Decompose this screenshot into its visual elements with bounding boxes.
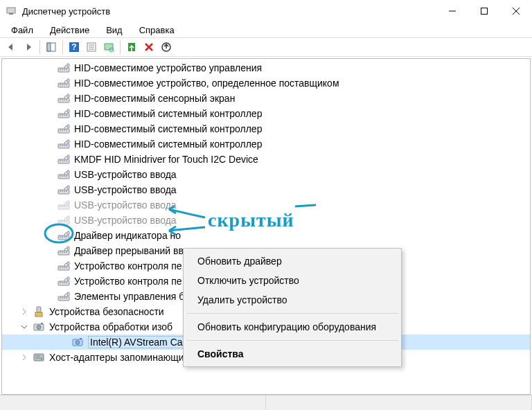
svg-rect-59 [67, 155, 69, 159]
device-icon [57, 107, 70, 120]
svg-rect-83 [67, 216, 69, 220]
svg-rect-88 [66, 236, 67, 238]
device-label: HID-совместимое устройство управления [74, 62, 262, 73]
svg-rect-71 [67, 186, 69, 189]
svg-rect-57 [64, 160, 65, 161]
device-label: Устройство контроля пе [74, 260, 182, 271]
device-icon [57, 77, 70, 89]
menu-update-driver[interactable]: Обновить драйвер [185, 251, 400, 271]
svg-rect-82 [66, 221, 67, 222]
show-hide-tree-button[interactable] [43, 39, 60, 55]
toolbar-separator [39, 40, 40, 54]
device-label: USB-устройство ввода [74, 215, 177, 226]
svg-rect-58 [66, 160, 67, 161]
svg-rect-113 [67, 292, 69, 296]
expand-toggle[interactable] [19, 352, 30, 363]
svg-rect-76 [66, 206, 67, 207]
maximize-button[interactable] [468, 0, 500, 22]
svg-rect-56 [62, 160, 63, 161]
menu-disable-device[interactable]: Отключить устройство [185, 271, 400, 290]
device-icon [57, 199, 70, 211]
menu-view[interactable]: Вид [99, 24, 130, 37]
device-icon [57, 92, 70, 105]
svg-rect-98 [62, 267, 63, 268]
menu-file[interactable]: Файл [4, 24, 40, 37]
device-item[interactable]: HID-совместимый системный контроллер [2, 136, 530, 152]
device-icon [57, 168, 70, 181]
device-label: HID-совместимое устройство, определенное… [74, 78, 339, 89]
svg-rect-103 [60, 282, 61, 283]
device-icon [57, 123, 70, 135]
uninstall-device-button[interactable] [141, 39, 157, 55]
svg-rect-39 [64, 114, 65, 116]
menu-scan-hardware[interactable]: Обновить конфигурацию оборудования [185, 317, 400, 337]
menu-help[interactable]: Справка [132, 24, 181, 37]
svg-rect-41 [67, 109, 69, 113]
svg-rect-38 [62, 114, 63, 116]
category-label: Устройства обработки изоб [49, 321, 172, 332]
svg-rect-51 [64, 145, 65, 146]
device-item[interactable]: HID-совместимый сенсорный экран [2, 91, 530, 106]
forward-button[interactable] [20, 39, 37, 55]
device-icon [57, 290, 70, 303]
svg-rect-43 [60, 130, 61, 131]
svg-rect-68 [62, 190, 63, 192]
device-item[interactable]: HID-совместимый системный контроллер [2, 121, 530, 136]
svg-rect-46 [66, 130, 67, 131]
device-item[interactable]: HID-совместимое устройство управления [2, 60, 530, 75]
svg-rect-89 [67, 231, 69, 235]
device-item[interactable]: USB-устройство ввода [2, 182, 530, 197]
device-item[interactable]: USB-устройство ввода [2, 167, 530, 182]
properties-button[interactable] [83, 39, 100, 55]
expand-toggle[interactable] [19, 306, 30, 317]
status-cell [266, 395, 532, 410]
svg-rect-31 [60, 99, 61, 100]
svg-rect-122 [34, 354, 44, 361]
update-driver-button[interactable] [158, 39, 175, 55]
device-label: USB-устройство ввода [74, 169, 177, 180]
svg-rect-34 [66, 99, 67, 100]
expand-toggle[interactable] [19, 321, 30, 332]
device-label: KMDF HID Minidriver for Touch I2C Device [74, 154, 258, 165]
device-label: HID-совместимый сенсорный экран [74, 93, 235, 104]
device-label: USB-устройство ввода [74, 184, 177, 195]
svg-rect-114 [37, 307, 41, 312]
status-bar [0, 395, 532, 410]
device-icon [57, 184, 70, 196]
svg-rect-115 [35, 312, 42, 317]
app-icon [6, 6, 17, 17]
svg-rect-3 [481, 8, 488, 15]
help-button[interactable]: ? [66, 39, 82, 55]
title-bar: Диспетчер устройств [0, 0, 532, 22]
svg-rect-70 [66, 190, 67, 192]
category-label: Устройства безопасности [49, 306, 164, 317]
device-item[interactable]: HID-совместимый системный контроллер [2, 106, 530, 121]
back-button[interactable] [3, 39, 19, 55]
svg-rect-87 [64, 236, 65, 238]
minimize-button[interactable] [436, 0, 468, 22]
category-icon [33, 305, 45, 318]
svg-rect-109 [60, 297, 61, 298]
menu-properties[interactable]: Свойства [185, 344, 400, 364]
svg-rect-104 [62, 282, 63, 283]
svg-rect-85 [60, 236, 61, 238]
device-icon [57, 229, 70, 242]
menu-uninstall-device[interactable]: Удалить устройство [185, 290, 400, 310]
svg-rect-14 [105, 44, 113, 50]
close-button[interactable] [500, 0, 532, 22]
svg-rect-33 [64, 99, 65, 100]
svg-text:?: ? [71, 42, 76, 52]
device-item[interactable]: HID-совместимое устройство, определенное… [2, 75, 530, 91]
device-label: USB-устройство ввода [74, 199, 177, 211]
svg-rect-61 [60, 175, 61, 177]
svg-rect-25 [60, 84, 61, 85]
window-controls [436, 0, 532, 22]
status-cell [0, 395, 266, 410]
svg-rect-74 [62, 206, 63, 207]
scan-hardware-button[interactable] [100, 39, 117, 55]
enable-device-button[interactable] [123, 39, 140, 55]
device-icon [57, 244, 70, 257]
svg-rect-95 [67, 247, 69, 250]
device-item[interactable]: KMDF HID Minidriver for Touch I2C Device [2, 152, 530, 167]
menu-action[interactable]: Действие [43, 24, 96, 37]
